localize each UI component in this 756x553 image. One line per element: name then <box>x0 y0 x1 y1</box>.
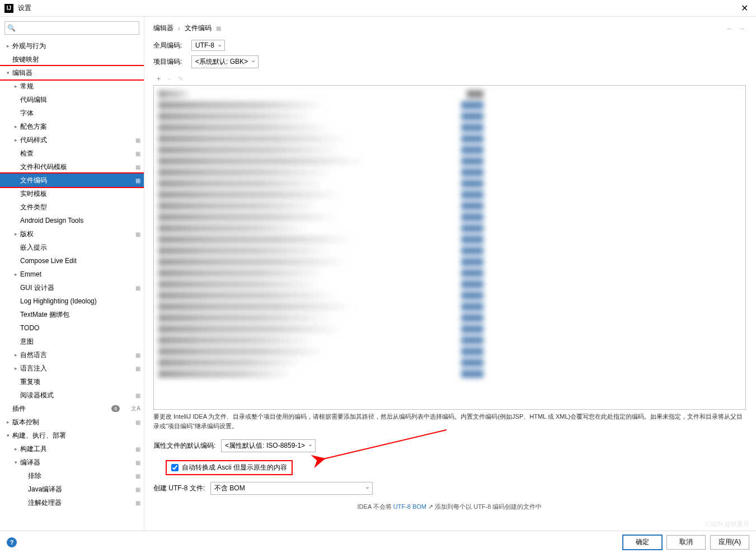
tree-item-label: 代码编辑 <box>20 95 47 105</box>
blurred-list-content <box>154 86 745 382</box>
breadcrumb-part[interactable]: 编辑器 <box>153 24 173 33</box>
chevron-right-icon: › <box>178 25 180 32</box>
settings-tree: ▸外观与行为按键映射▾编辑器▸常规代码编辑字体▸配色方案▸代码样式▦检查▦文件和… <box>0 39 144 531</box>
edit-icon[interactable]: ✎ <box>178 75 184 83</box>
tree-item-20[interactable]: TextMate 捆绑包 <box>0 308 144 321</box>
search-icon: 🔍 <box>7 24 16 32</box>
chevron-right-icon: ▸ <box>15 83 20 89</box>
project-encoding-label: 项目编码: <box>153 57 186 67</box>
tree-item-24[interactable]: ▸语言注入▦ <box>0 362 144 375</box>
dialog-footer: ? 确定 取消 应用(A) <box>0 531 756 553</box>
tree-item-22[interactable]: 意图 <box>0 335 144 348</box>
tree-item-1[interactable]: 按键映射 <box>0 53 144 66</box>
tree-item-8[interactable]: 检查▦ <box>0 147 144 160</box>
badge: 6 <box>111 405 120 412</box>
gear-icon: ▦ <box>135 473 140 479</box>
project-encoding-combo[interactable]: <系统默认: GBK> <box>191 55 259 68</box>
breadcrumb-part: 文件编码 <box>185 24 212 33</box>
tree-item-26[interactable]: 阅读器模式▦ <box>0 388 144 402</box>
nav-forward-icon[interactable]: → <box>738 24 746 33</box>
main-area: 🔍 ▸外观与行为按键映射▾编辑器▸常规代码编辑字体▸配色方案▸代码样式▦检查▦文… <box>0 17 756 531</box>
tree-item-21[interactable]: TODO <box>0 321 144 335</box>
help-icon[interactable]: ? <box>7 537 17 547</box>
chevron-right-icon: ▸ <box>15 231 20 237</box>
app-logo: IJ <box>4 4 13 13</box>
tree-item-13[interactable]: Android Design Tools <box>0 214 144 227</box>
tree-item-17[interactable]: ▸Emmet <box>0 268 144 281</box>
tree-item-27[interactable]: 插件6文A <box>0 402 144 415</box>
global-encoding-combo[interactable]: UTF-8 <box>191 40 225 51</box>
ascii-conversion-checkbox[interactable] <box>171 464 179 471</box>
tree-item-30[interactable]: ▸构建工具▦ <box>0 442 144 456</box>
sidebar: 🔍 ▸外观与行为按键映射▾编辑器▸常规代码编辑字体▸配色方案▸代码样式▦检查▦文… <box>0 17 144 531</box>
tree-item-11[interactable]: 实时模板 <box>0 187 144 200</box>
tree-item-19[interactable]: Log Highlighting (Ideolog) <box>0 294 144 308</box>
tree-item-label: Java编译器 <box>28 485 62 494</box>
tree-item-5[interactable]: 字体 <box>0 106 144 120</box>
tree-item-23[interactable]: ▸自然语言▦ <box>0 348 144 362</box>
chevron-right-icon: ▸ <box>15 271 20 277</box>
tree-item-16[interactable]: Compose Live Edit <box>0 254 144 268</box>
chevron-right-icon: ▸ <box>7 43 12 49</box>
remove-icon[interactable]: − <box>167 75 171 83</box>
tree-item-label: Log Highlighting (Ideolog) <box>20 297 97 305</box>
apply-button[interactable]: 应用(A) <box>710 535 749 550</box>
gear-icon: ▦ <box>135 177 140 184</box>
nav-back-icon[interactable]: ← <box>726 24 734 33</box>
ascii-conversion-checkbox-container[interactable]: 自动转换成 Ascii 但显示原生的内容 <box>167 461 292 474</box>
breadcrumb: 编辑器 › 文件编码 ▦ ← → <box>153 24 746 33</box>
tree-item-3[interactable]: ▸常规 <box>0 79 144 93</box>
close-icon[interactable]: ✕ <box>738 3 752 13</box>
tree-item-15[interactable]: 嵌入提示 <box>0 241 144 254</box>
tree-item-label: 嵌入提示 <box>20 243 47 252</box>
tree-item-29[interactable]: ▾构建、执行、部署 <box>0 429 144 442</box>
ok-button[interactable]: 确定 <box>623 535 662 550</box>
tree-item-28[interactable]: ▸版本控制▦ <box>0 415 144 429</box>
tree-item-34[interactable]: 注解处理器▦ <box>0 496 144 509</box>
tree-item-6[interactable]: ▸配色方案 <box>0 120 144 133</box>
chevron-right-icon: ▸ <box>15 365 20 371</box>
tree-item-label: 文件编码 <box>20 176 47 185</box>
search-box[interactable]: 🔍 <box>4 21 139 35</box>
props-encoding-row: 属性文件的默认编码: <属性默认值: ISO-8859-1> <box>153 439 746 452</box>
tree-item-label: GUI 设计器 <box>20 283 54 293</box>
props-encoding-label: 属性文件的默认编码: <box>153 441 215 451</box>
tree-item-32[interactable]: 排除▦ <box>0 469 144 482</box>
watermark: CSDN @狄夏月 <box>706 520 749 528</box>
ascii-conversion-label: 自动转换成 Ascii 但显示原生的内容 <box>182 463 287 472</box>
tree-item-10[interactable]: 文件编码▦ <box>0 174 144 187</box>
tree-item-31[interactable]: ▾编译器▦ <box>0 456 144 469</box>
gear-icon: ▦ <box>135 419 140 425</box>
content-pane: 编辑器 › 文件编码 ▦ ← → 全局编码: UTF-8 项目编码: <系统默认… <box>144 17 756 531</box>
props-encoding-combo[interactable]: <属性默认值: ISO-8859-1> <box>221 439 316 452</box>
gear-icon: ▦ <box>135 285 140 291</box>
gear-icon: ▦ <box>135 151 140 157</box>
cancel-button[interactable]: 取消 <box>666 535 706 550</box>
description-text: 要更改 IntelliJ IDEA 为文件、目录或整个项目使用的编码，请根据需要… <box>153 412 746 430</box>
tree-item-0[interactable]: ▸外观与行为 <box>0 39 144 53</box>
tree-item-12[interactable]: 文件类型 <box>0 200 144 214</box>
tree-item-33[interactable]: Java编译器▦ <box>0 482 144 496</box>
tree-item-14[interactable]: ▸版权▦ <box>0 227 144 241</box>
tree-item-4[interactable]: 代码编辑 <box>0 93 144 106</box>
tree-item-label: 代码样式 <box>20 135 47 145</box>
tree-item-2[interactable]: ▾编辑器 <box>0 66 144 79</box>
bom-hint-link[interactable]: UTF-8 BOM <box>393 503 426 510</box>
tree-item-18[interactable]: GUI 设计器▦ <box>0 281 144 294</box>
encoding-file-list[interactable] <box>153 85 746 410</box>
search-input[interactable] <box>17 24 137 32</box>
file-list-toolbar: + − ✎ <box>153 73 746 85</box>
tree-item-25[interactable]: 重复项 <box>0 375 144 388</box>
gear-icon: ▦ <box>135 164 140 170</box>
tree-item-7[interactable]: ▸代码样式▦ <box>0 133 144 147</box>
chevron-right-icon: ▸ <box>15 446 20 452</box>
bom-combo[interactable]: 不含 BOM <box>210 482 373 495</box>
language-icon: 文A <box>131 405 140 413</box>
tree-item-label: Android Design Tools <box>20 217 83 224</box>
tree-item-9[interactable]: 文件和代码模板▦ <box>0 160 144 174</box>
tree-item-label: 重复项 <box>20 377 40 387</box>
tree-item-label: 检查 <box>20 149 34 158</box>
add-icon[interactable]: + <box>157 75 161 83</box>
tree-item-label: TextMate 捆绑包 <box>20 310 69 320</box>
chevron-down-icon: ▾ <box>7 70 12 76</box>
